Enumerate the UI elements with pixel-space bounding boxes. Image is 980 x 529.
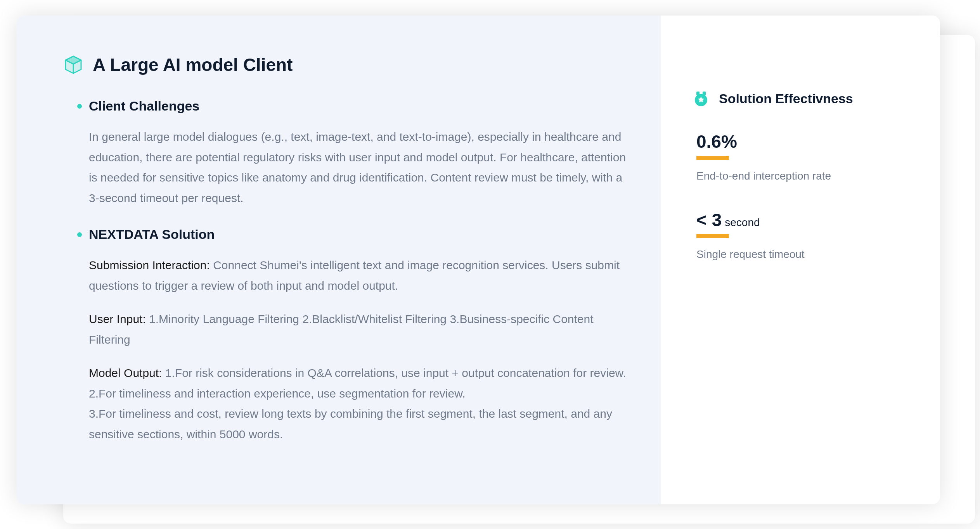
challenges-heading: Client Challenges bbox=[89, 99, 199, 114]
metric-bar bbox=[696, 156, 729, 160]
metric-label: End-to-end interception rate bbox=[696, 170, 909, 182]
title-row: A Large AI model Client bbox=[63, 54, 630, 75]
metric-value: < 3second bbox=[696, 209, 909, 230]
svg-rect-1 bbox=[696, 92, 700, 95]
metric-bar bbox=[696, 234, 729, 238]
main-card: A Large AI model Client Client Challenge… bbox=[17, 16, 940, 504]
metric-block: 0.6% End-to-end interception rate bbox=[692, 131, 909, 182]
solution-item-label: Submission Interaction: bbox=[89, 259, 213, 271]
solution-item: Model Output: 1.For risk considerations … bbox=[89, 363, 630, 444]
card-wrapper: A Large AI model Client Client Challenge… bbox=[17, 16, 963, 512]
cube-icon bbox=[63, 55, 83, 75]
solution-item-label: Model Output: bbox=[89, 366, 165, 379]
badge-icon bbox=[692, 89, 710, 108]
bullet-icon bbox=[77, 232, 82, 237]
metric-unit: second bbox=[725, 216, 760, 228]
right-panel: Solution Effectivness 0.6% End-to-end in… bbox=[661, 16, 940, 504]
left-panel: A Large AI model Client Client Challenge… bbox=[17, 16, 661, 504]
metric-number: < 3 bbox=[696, 210, 722, 230]
metric-value: 0.6% bbox=[696, 131, 909, 152]
metric-label: Single request timeout bbox=[696, 248, 909, 261]
metric-block: < 3second Single request timeout bbox=[692, 209, 909, 261]
solution-item: User Input: 1.Minority Language Filterin… bbox=[89, 309, 630, 350]
section-header: Client Challenges bbox=[77, 99, 630, 114]
effectiveness-heading: Solution Effectivness bbox=[719, 91, 853, 106]
section-challenges: Client Challenges In general large model… bbox=[63, 99, 630, 208]
svg-rect-2 bbox=[703, 92, 706, 95]
page-title: A Large AI model Client bbox=[93, 54, 293, 75]
solution-heading: NEXTDATA Solution bbox=[89, 227, 215, 242]
metric-number: 0.6% bbox=[696, 131, 737, 152]
solution-body: Submission Interaction: Connect Shumei's… bbox=[77, 255, 630, 444]
solution-item-label: User Input: bbox=[89, 313, 149, 325]
section-header: NEXTDATA Solution bbox=[77, 227, 630, 242]
solution-item-text: 1.For risk considerations in Q&A correla… bbox=[89, 366, 626, 441]
bullet-icon bbox=[77, 104, 82, 109]
challenges-body: In general large model dialogues (e.g., … bbox=[77, 127, 630, 208]
section-solution: NEXTDATA Solution Submission Interaction… bbox=[63, 227, 630, 444]
effectiveness-header: Solution Effectivness bbox=[692, 89, 909, 108]
solution-item-text: 1.Minority Language Filtering 2.Blacklis… bbox=[89, 313, 594, 346]
solution-item: Submission Interaction: Connect Shumei's… bbox=[89, 255, 630, 296]
